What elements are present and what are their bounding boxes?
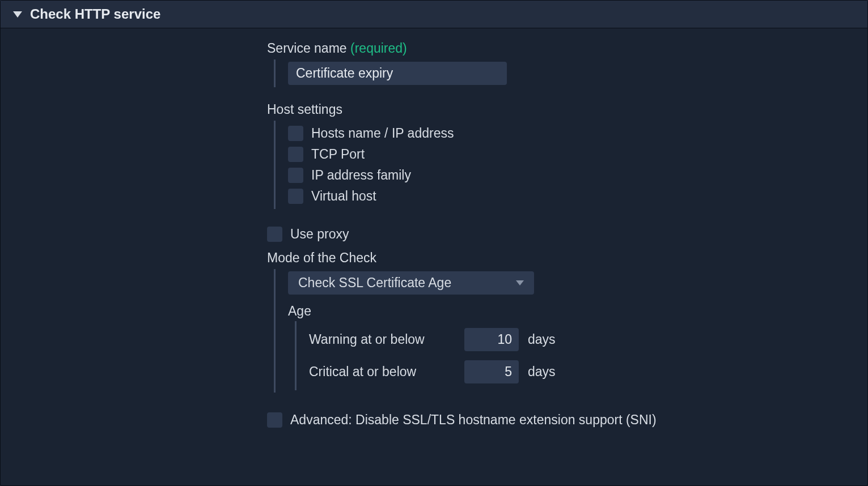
host-hosts-name-label: Hosts name / IP address	[311, 126, 454, 141]
host-settings-section: Host settings Hosts name / IP address TC…	[267, 102, 854, 209]
panel-title: Check HTTP service	[30, 6, 160, 22]
age-critical-label: Critical at or below	[309, 364, 455, 380]
host-settings-indent: Hosts name / IP address TCP Port IP addr…	[274, 121, 854, 209]
age-title: Age	[288, 304, 854, 319]
host-tcp-port-checkbox[interactable]	[288, 147, 303, 162]
use-proxy-label: Use proxy	[290, 227, 349, 242]
host-virtual-host-checkbox[interactable]	[288, 189, 303, 204]
host-ip-family-label: IP address family	[311, 168, 411, 183]
mode-indent: Check SSL Certificate Age Age Warning at…	[274, 269, 854, 393]
advanced-checkbox[interactable]	[267, 412, 282, 428]
service-name-section: Service name (required)	[267, 41, 854, 87]
age-warning-row: Warning at or below days	[309, 323, 854, 356]
required-marker: (required)	[350, 41, 407, 56]
panel-check-http-service: Check HTTP service Service name (require…	[0, 0, 868, 486]
age-critical-row: Critical at or below days	[309, 356, 854, 388]
mode-select-value: Check SSL Certificate Age	[298, 275, 451, 291]
use-proxy-section: Use proxy	[267, 224, 854, 245]
host-tcp-port-label: TCP Port	[311, 147, 365, 162]
chevron-down-icon	[516, 280, 524, 285]
panel-content: Service name (required) Host settings Ho…	[1, 28, 867, 444]
host-hosts-name-checkbox[interactable]	[288, 126, 303, 141]
advanced-label: Advanced: Disable SSL/TLS hostname exten…	[290, 412, 657, 428]
age-warning-unit: days	[528, 332, 556, 347]
age-critical-unit: days	[528, 364, 556, 380]
age-warning-label: Warning at or below	[309, 332, 455, 347]
age-warning-input[interactable]	[464, 328, 519, 351]
collapse-icon	[13, 11, 22, 18]
use-proxy-row: Use proxy	[267, 224, 854, 245]
service-name-input[interactable]	[288, 62, 507, 85]
host-ip-family-checkbox[interactable]	[288, 168, 303, 183]
host-ip-family-row: IP address family	[288, 165, 854, 186]
service-name-indent	[274, 59, 854, 87]
service-name-label: Service name (required)	[267, 41, 854, 56]
age-indent: Warning at or below days Critical at or …	[295, 321, 854, 390]
host-hosts-name-row: Hosts name / IP address	[288, 123, 854, 144]
mode-section: Mode of the Check Check SSL Certificate …	[267, 250, 854, 393]
use-proxy-checkbox[interactable]	[267, 227, 282, 242]
advanced-section: Advanced: Disable SSL/TLS hostname exten…	[267, 410, 854, 430]
mode-title: Mode of the Check	[267, 250, 854, 266]
mode-select[interactable]: Check SSL Certificate Age	[288, 271, 534, 295]
age-critical-input[interactable]	[464, 360, 519, 383]
host-virtual-host-label: Virtual host	[311, 189, 376, 204]
host-settings-title: Host settings	[267, 102, 854, 117]
host-tcp-port-row: TCP Port	[288, 144, 854, 165]
host-virtual-host-row: Virtual host	[288, 186, 854, 207]
panel-header[interactable]: Check HTTP service	[1, 1, 867, 28]
advanced-row: Advanced: Disable SSL/TLS hostname exten…	[267, 410, 854, 430]
